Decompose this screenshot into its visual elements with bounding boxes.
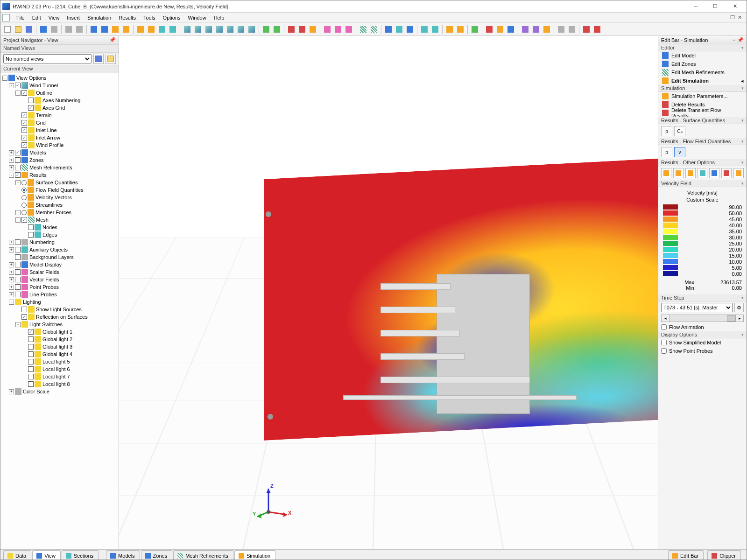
other-options-header[interactable]: Results - Other Options▾ (658, 159, 747, 166)
menu-simulation[interactable]: Simulation (84, 14, 115, 21)
panel-menu-icon[interactable]: ▫ (733, 37, 735, 43)
display-options-header[interactable]: Display Options▾ (658, 331, 747, 338)
toolbar-button-5[interactable] (49, 24, 59, 35)
bottom-tab[interactable]: Zones (141, 550, 173, 560)
toolbar-button-35[interactable] (322, 24, 332, 35)
toolbar-button-1[interactable] (13, 24, 23, 35)
toolbar-button-0[interactable] (2, 24, 13, 35)
tree-item[interactable]: +Line Probes (0, 291, 119, 298)
tree-radio[interactable] (21, 180, 27, 185)
tree-checkbox[interactable] (15, 269, 21, 275)
menu-view[interactable]: View (45, 14, 63, 21)
results-option-button[interactable] (698, 168, 708, 178)
tree-item[interactable]: Local light 7 (0, 373, 119, 380)
mdi-close-button[interactable]: ✕ (738, 14, 742, 21)
tree-expander[interactable]: + (9, 285, 14, 290)
tree-expander[interactable]: + (9, 165, 14, 170)
toolbar-button-66[interactable] (592, 24, 602, 35)
toolbar-button-62[interactable] (556, 24, 566, 35)
display-option-checkbox[interactable] (661, 340, 667, 345)
tree-checkbox[interactable] (21, 307, 27, 312)
manage-views-button[interactable] (106, 54, 116, 64)
tree-item[interactable]: Streamlines (0, 201, 119, 209)
toolbar-button-4[interactable] (38, 24, 49, 35)
tree-radio[interactable] (21, 195, 27, 200)
tree-checkbox[interactable] (15, 157, 21, 163)
tree-expander[interactable]: - (2, 76, 7, 81)
tree-expander[interactable]: + (9, 247, 14, 252)
tree-expander[interactable]: + (15, 180, 21, 185)
tree-checkbox[interactable]: ✓ (21, 90, 27, 96)
flow-field-quantities-header[interactable]: Results - Flow Field Quantities▾ (658, 138, 747, 145)
toolbar-button-47[interactable] (430, 24, 440, 35)
editor-item[interactable]: Edit Model (658, 51, 747, 60)
flow-quantity-button[interactable]: p (661, 147, 672, 157)
tree-item[interactable]: Velocity Vectors (0, 194, 119, 201)
toolbar-button-59[interactable] (531, 24, 541, 35)
results-option-button[interactable] (733, 168, 744, 178)
toolbar-button-40[interactable] (369, 24, 379, 35)
results-option-button[interactable] (709, 168, 719, 178)
tree-item[interactable]: ✓Inlet Line (0, 126, 119, 134)
tree-expander[interactable]: - (15, 322, 21, 327)
toolbar-button-13[interactable] (121, 24, 131, 35)
minimize-button[interactable]: ─ (686, 0, 705, 13)
pin-icon[interactable]: 📌 (109, 37, 116, 43)
tree-item[interactable]: +Auxiliary Objects (0, 246, 119, 253)
toolbar-button-42[interactable] (383, 24, 394, 35)
tree-checkbox[interactable]: ✓ (21, 135, 27, 140)
tree-item[interactable]: ✓Inlet Arrow (0, 134, 119, 141)
toolbar-button-37[interactable] (344, 24, 354, 35)
toolbar-button-58[interactable] (520, 24, 530, 35)
toolbar-button-33[interactable] (308, 24, 318, 35)
results-option-button[interactable] (721, 168, 732, 178)
named-views-select[interactable]: No named views (3, 54, 92, 63)
tree-checkbox[interactable] (15, 254, 21, 260)
tree-item[interactable]: Background Layers (0, 253, 119, 261)
tree-checkbox[interactable] (15, 292, 21, 297)
toolbar-button-44[interactable] (405, 24, 415, 35)
tree-expander[interactable]: + (9, 158, 14, 163)
tree-item[interactable]: +✓Models (0, 149, 119, 156)
toolbar-button-55[interactable] (495, 24, 505, 35)
toolbar-button-32[interactable] (297, 24, 307, 35)
tree-checkbox[interactable] (28, 366, 34, 372)
tree-item[interactable]: +Point Probes (0, 283, 119, 291)
menu-file[interactable]: File (13, 14, 28, 21)
menu-edit[interactable]: Edit (28, 14, 45, 21)
editor-item[interactable]: Edit Zones (658, 60, 747, 68)
menu-help[interactable]: Help (210, 14, 228, 21)
tree-item[interactable]: -View Options (0, 74, 119, 82)
toolbar-button-46[interactable] (419, 24, 430, 35)
timestep-select[interactable]: T078 - 43.51 [s], Master (661, 303, 733, 312)
toolbar-button-60[interactable] (542, 24, 552, 35)
pin-icon[interactable]: 📌 (737, 37, 744, 43)
tree-item[interactable]: ✓Axes Grid (0, 104, 119, 112)
save-view-button[interactable] (93, 54, 104, 64)
tree-expander[interactable]: - (15, 217, 21, 223)
bottom-tab[interactable]: Sections (62, 550, 99, 560)
toolbar-button-50[interactable] (455, 24, 465, 35)
tree-checkbox[interactable] (15, 284, 21, 290)
tree-radio[interactable] (21, 188, 27, 193)
3d-viewport[interactable]: X Y Z (119, 36, 658, 549)
tree-item[interactable]: Flow Field Quantities (0, 186, 119, 194)
tree-checkbox[interactable] (28, 98, 34, 103)
tree-checkbox[interactable] (28, 224, 34, 230)
tree-checkbox[interactable] (15, 165, 21, 170)
toolbar-button-52[interactable] (470, 24, 480, 35)
tree-item[interactable]: Local light 6 (0, 365, 119, 373)
tree-expander[interactable]: + (9, 240, 14, 245)
menu-tools[interactable]: Tools (140, 14, 159, 21)
tree-checkbox[interactable] (28, 359, 34, 364)
tree-item[interactable]: ✓Global light 1 (0, 328, 119, 336)
tree-checkbox[interactable]: ✓ (21, 127, 27, 133)
tree-item[interactable]: Local light 5 (0, 358, 119, 365)
toolbar-button-25[interactable] (236, 24, 246, 35)
tree-item[interactable]: +Mesh Refinements (0, 164, 119, 171)
tree-radio[interactable] (21, 210, 27, 215)
tree-expander[interactable]: + (9, 277, 14, 282)
simulation-item[interactable]: Simulation Parameters... (658, 92, 747, 100)
close-button[interactable]: ✕ (725, 0, 745, 13)
toolbar-button-31[interactable] (286, 24, 296, 35)
